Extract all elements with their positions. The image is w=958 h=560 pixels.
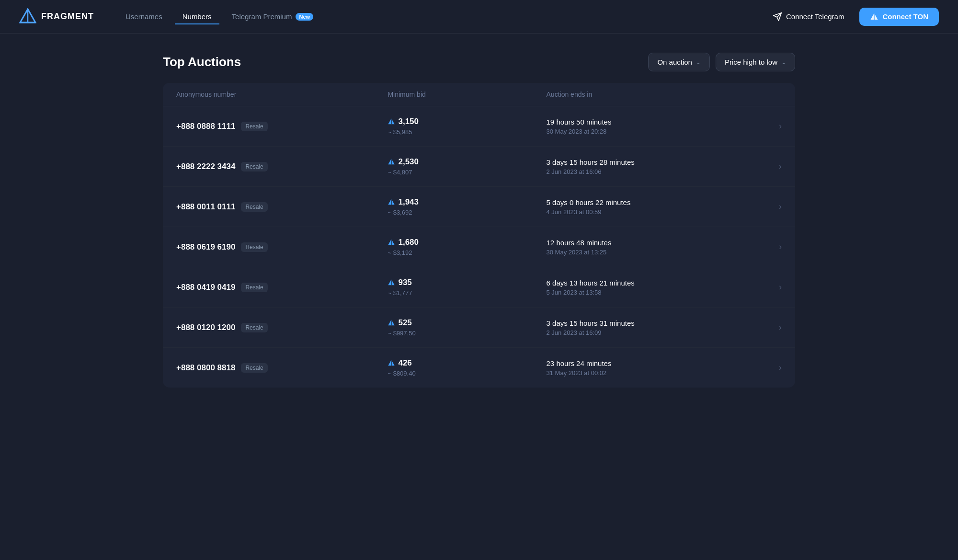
bid-cell: 1,680 ~ $3,192 xyxy=(388,238,546,256)
time-cell: 3 days 15 hours 28 minutes 2 Jun 2023 at… xyxy=(547,158,758,175)
bid-amount: 935 xyxy=(388,278,546,287)
main-content: Top Auctions On auction ⌄ Price high to … xyxy=(144,34,814,407)
chevron-right-icon: › xyxy=(779,242,782,252)
time-cell: 23 hours 24 minutes 31 May 2023 at 00:02 xyxy=(547,359,758,377)
ton-icon xyxy=(388,158,395,166)
bid-amount: 525 xyxy=(388,318,546,328)
resale-badge: Resale xyxy=(241,323,267,332)
time-remaining: 3 days 15 hours 28 minutes xyxy=(547,158,758,166)
bid-cell: 426 ~ $809.40 xyxy=(388,358,546,377)
time-remaining: 3 days 15 hours 31 minutes xyxy=(547,319,758,327)
bid-usd: ~ $3,692 xyxy=(388,209,546,216)
phone-number: +888 0120 1200 xyxy=(176,323,235,332)
bid-amount: 1,943 xyxy=(388,197,546,207)
time-cell: 5 days 0 hours 22 minutes 4 Jun 2023 at … xyxy=(547,198,758,216)
resale-badge: Resale xyxy=(241,122,267,131)
ton-icon xyxy=(388,279,395,286)
bid-cell: 525 ~ $997.50 xyxy=(388,318,546,337)
header-bid: Minimum bid xyxy=(388,91,546,98)
chevron-right-icon: › xyxy=(779,363,782,373)
table-row[interactable]: +888 0619 6190 Resale 1,680 ~ $3,192 12 … xyxy=(163,227,795,267)
table-row[interactable]: +888 2222 3434 Resale 2,530 ~ $4,807 3 d… xyxy=(163,147,795,187)
phone-number: +888 0419 0419 xyxy=(176,283,235,292)
bid-ton-value: 935 xyxy=(398,278,411,287)
bid-usd: ~ $809.40 xyxy=(388,370,546,377)
chevron-down-icon-2: ⌄ xyxy=(781,59,786,66)
resale-badge: Resale xyxy=(241,202,267,212)
bid-cell: 2,530 ~ $4,807 xyxy=(388,157,546,176)
phone-number: +888 0888 1111 xyxy=(176,122,235,131)
phone-number: +888 0619 6190 xyxy=(176,242,235,252)
time-cell: 6 days 13 hours 21 minutes 5 Jun 2023 at… xyxy=(547,279,758,296)
ton-icon xyxy=(388,198,395,206)
end-date: 2 Jun 2023 at 16:06 xyxy=(547,168,758,175)
bid-amount: 426 xyxy=(388,358,546,368)
nav: Usernames Numbers Telegram Premium New xyxy=(118,9,763,24)
number-cell: +888 2222 3434 Resale xyxy=(176,162,388,171)
filter-on-auction-button[interactable]: On auction ⌄ xyxy=(648,53,710,71)
ton-icon xyxy=(388,359,395,367)
filter-price-button[interactable]: Price high to low ⌄ xyxy=(716,53,795,71)
new-badge: New xyxy=(296,13,313,21)
section-header: Top Auctions On auction ⌄ Price high to … xyxy=(163,53,795,71)
ton-icon xyxy=(388,319,395,327)
table-row[interactable]: +888 0888 1111 Resale 3,150 ~ $5,985 19 … xyxy=(163,106,795,147)
table-row[interactable]: +888 0800 8818 Resale 426 ~ $809.40 23 h… xyxy=(163,348,795,388)
nav-item-numbers[interactable]: Numbers xyxy=(175,9,219,24)
phone-number: +888 0800 8818 xyxy=(176,363,235,373)
filter-buttons: On auction ⌄ Price high to low ⌄ xyxy=(648,53,795,71)
time-cell: 3 days 15 hours 31 minutes 2 Jun 2023 at… xyxy=(547,319,758,336)
end-date: 30 May 2023 at 20:28 xyxy=(547,128,758,135)
table-header: Anonymous number Minimum bid Auction end… xyxy=(163,83,795,106)
table-row[interactable]: +888 0120 1200 Resale 525 ~ $997.50 3 da… xyxy=(163,308,795,348)
bid-amount: 3,150 xyxy=(388,117,546,126)
bid-usd: ~ $3,192 xyxy=(388,249,546,256)
time-cell: 19 hours 50 minutes 30 May 2023 at 20:28 xyxy=(547,118,758,135)
header-ends: Auction ends in xyxy=(547,91,758,98)
chevron-right-icon: › xyxy=(779,121,782,131)
time-remaining: 6 days 13 hours 21 minutes xyxy=(547,279,758,287)
time-remaining: 5 days 0 hours 22 minutes xyxy=(547,198,758,206)
phone-number: +888 0011 0111 xyxy=(176,202,235,212)
arrow-cell: › xyxy=(758,363,782,373)
auction-table: Anonymous number Minimum bid Auction end… xyxy=(163,83,795,388)
bid-amount: 2,530 xyxy=(388,157,546,167)
end-date: 31 May 2023 at 00:02 xyxy=(547,369,758,377)
time-remaining: 23 hours 24 minutes xyxy=(547,359,758,367)
bid-usd: ~ $1,777 xyxy=(388,289,546,297)
end-date: 30 May 2023 at 13:25 xyxy=(547,249,758,256)
ton-icon xyxy=(388,118,395,126)
connect-telegram-button[interactable]: Connect Telegram xyxy=(763,7,854,26)
table-row[interactable]: +888 0011 0111 Resale 1,943 ~ $3,692 5 d… xyxy=(163,187,795,227)
chevron-right-icon: › xyxy=(779,202,782,212)
arrow-cell: › xyxy=(758,161,782,171)
table-row[interactable]: +888 0419 0419 Resale 935 ~ $1,777 6 day… xyxy=(163,267,795,308)
chevron-right-icon: › xyxy=(779,322,782,332)
connect-ton-button[interactable]: Connect TON xyxy=(859,8,939,26)
phone-number: +888 2222 3434 xyxy=(176,162,235,171)
time-cell: 12 hours 48 minutes 30 May 2023 at 13:25 xyxy=(547,239,758,256)
bid-ton-value: 3,150 xyxy=(398,117,419,126)
arrow-cell: › xyxy=(758,242,782,252)
bid-cell: 1,943 ~ $3,692 xyxy=(388,197,546,216)
number-cell: +888 0419 0419 Resale xyxy=(176,283,388,292)
arrow-cell: › xyxy=(758,202,782,212)
logo-text: FRAGMENT xyxy=(41,11,94,22)
end-date: 4 Jun 2023 at 00:59 xyxy=(547,208,758,216)
time-remaining: 12 hours 48 minutes xyxy=(547,239,758,247)
resale-badge: Resale xyxy=(241,283,267,292)
chevron-down-icon: ⌄ xyxy=(696,59,701,66)
header-actions: Connect Telegram Connect TON xyxy=(763,7,939,26)
logo[interactable]: FRAGMENT xyxy=(19,8,94,25)
number-cell: +888 0619 6190 Resale xyxy=(176,242,388,252)
nav-item-telegram-premium[interactable]: Telegram Premium New xyxy=(224,9,321,24)
ton-icon xyxy=(388,239,395,246)
logo-icon xyxy=(19,8,36,25)
nav-item-usernames[interactable]: Usernames xyxy=(118,9,170,24)
arrow-cell: › xyxy=(758,322,782,332)
number-cell: +888 0011 0111 Resale xyxy=(176,202,388,212)
arrow-cell: › xyxy=(758,282,782,292)
bid-ton-value: 2,530 xyxy=(398,157,419,167)
bid-usd: ~ $4,807 xyxy=(388,169,546,176)
bid-usd: ~ $997.50 xyxy=(388,330,546,337)
